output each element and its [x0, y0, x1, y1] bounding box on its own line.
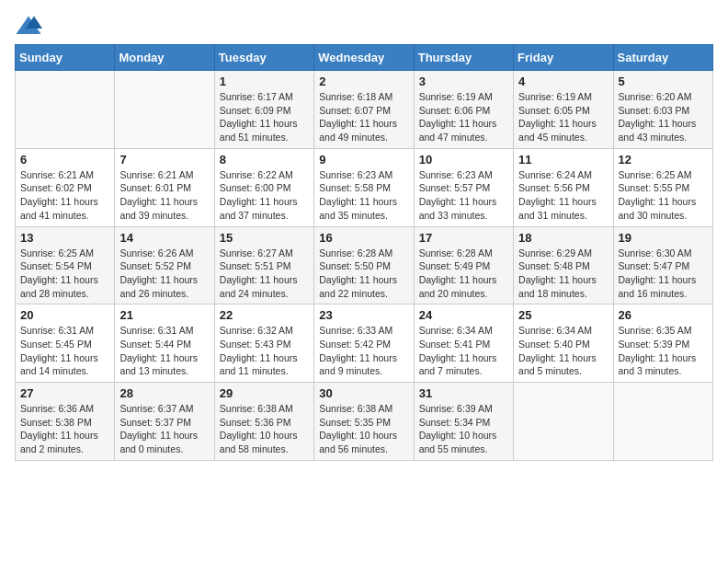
day-number: 16	[319, 231, 408, 245]
day-info: Sunrise: 6:18 AM Sunset: 6:07 PM Dayligh…	[319, 90, 408, 144]
day-info: Sunrise: 6:39 AM Sunset: 5:34 PM Dayligh…	[419, 402, 508, 456]
calendar-cell: 15Sunrise: 6:27 AM Sunset: 5:51 PM Dayli…	[214, 226, 313, 304]
day-number: 13	[20, 231, 109, 245]
day-number: 5	[619, 75, 708, 88]
calendar-cell: 14Sunrise: 6:26 AM Sunset: 5:52 PM Dayli…	[115, 226, 214, 304]
day-number: 20	[20, 308, 109, 322]
day-info: Sunrise: 6:20 AM Sunset: 6:03 PM Dayligh…	[619, 90, 708, 144]
calendar-cell: 17Sunrise: 6:28 AM Sunset: 5:49 PM Dayli…	[414, 226, 513, 304]
calendar-cell: 31Sunrise: 6:39 AM Sunset: 5:34 PM Dayli…	[414, 383, 513, 461]
calendar-cell: 5Sunrise: 6:20 AM Sunset: 6:03 PM Daylig…	[613, 71, 712, 149]
day-number: 11	[518, 153, 608, 167]
day-info: Sunrise: 6:32 AM Sunset: 5:43 PM Dayligh…	[220, 324, 309, 378]
calendar-cell	[16, 71, 115, 149]
day-info: Sunrise: 6:33 AM Sunset: 5:42 PM Dayligh…	[319, 324, 408, 378]
calendar-cell: 12Sunrise: 6:25 AM Sunset: 5:55 PM Dayli…	[613, 148, 712, 226]
day-number: 4	[518, 75, 608, 88]
week-row-2: 6Sunrise: 6:21 AM Sunset: 6:02 PM Daylig…	[16, 148, 713, 226]
day-info: Sunrise: 6:31 AM Sunset: 5:44 PM Dayligh…	[119, 324, 209, 378]
day-info: Sunrise: 6:27 AM Sunset: 5:51 PM Dayligh…	[220, 247, 309, 301]
day-number: 10	[419, 153, 508, 167]
day-number: 28	[119, 386, 209, 400]
calendar-body: 1Sunrise: 6:17 AM Sunset: 6:09 PM Daylig…	[16, 71, 713, 461]
day-info: Sunrise: 6:34 AM Sunset: 5:41 PM Dayligh…	[419, 324, 508, 378]
week-row-3: 13Sunrise: 6:25 AM Sunset: 5:54 PM Dayli…	[16, 226, 713, 304]
calendar-cell: 3Sunrise: 6:19 AM Sunset: 6:06 PM Daylig…	[414, 71, 513, 149]
calendar-cell: 11Sunrise: 6:24 AM Sunset: 5:56 PM Dayli…	[514, 148, 613, 226]
calendar-cell: 22Sunrise: 6:32 AM Sunset: 5:43 PM Dayli…	[214, 304, 313, 383]
calendar-cell: 16Sunrise: 6:28 AM Sunset: 5:50 PM Dayli…	[314, 226, 414, 304]
day-info: Sunrise: 6:37 AM Sunset: 5:37 PM Dayligh…	[119, 402, 209, 456]
calendar-cell: 20Sunrise: 6:31 AM Sunset: 5:45 PM Dayli…	[16, 304, 115, 383]
calendar-cell: 9Sunrise: 6:23 AM Sunset: 5:58 PM Daylig…	[314, 148, 414, 226]
day-number: 31	[419, 386, 508, 400]
calendar-cell: 1Sunrise: 6:17 AM Sunset: 6:09 PM Daylig…	[214, 71, 313, 149]
calendar-cell: 30Sunrise: 6:38 AM Sunset: 5:35 PM Dayli…	[314, 383, 414, 461]
day-info: Sunrise: 6:38 AM Sunset: 5:35 PM Dayligh…	[319, 402, 408, 456]
day-info: Sunrise: 6:25 AM Sunset: 5:55 PM Dayligh…	[619, 168, 708, 223]
day-info: Sunrise: 6:29 AM Sunset: 5:48 PM Dayligh…	[518, 247, 608, 301]
day-number: 23	[319, 308, 408, 322]
day-number: 14	[119, 231, 209, 245]
calendar-cell: 26Sunrise: 6:35 AM Sunset: 5:39 PM Dayli…	[613, 304, 712, 383]
day-number: 1	[220, 75, 309, 88]
week-row-1: 1Sunrise: 6:17 AM Sunset: 6:09 PM Daylig…	[16, 71, 713, 149]
calendar-cell: 10Sunrise: 6:23 AM Sunset: 5:57 PM Dayli…	[414, 148, 513, 226]
day-number: 18	[518, 231, 608, 245]
calendar-header: SundayMondayTuesdayWednesdayThursdayFrid…	[16, 45, 713, 71]
calendar-cell: 25Sunrise: 6:34 AM Sunset: 5:40 PM Dayli…	[514, 304, 613, 383]
day-info: Sunrise: 6:17 AM Sunset: 6:09 PM Dayligh…	[220, 90, 309, 144]
day-info: Sunrise: 6:35 AM Sunset: 5:39 PM Dayligh…	[619, 324, 708, 378]
calendar-cell: 28Sunrise: 6:37 AM Sunset: 5:37 PM Dayli…	[115, 383, 214, 461]
day-header-monday: Monday	[115, 45, 214, 71]
day-info: Sunrise: 6:28 AM Sunset: 5:50 PM Dayligh…	[319, 247, 408, 301]
day-info: Sunrise: 6:23 AM Sunset: 5:57 PM Dayligh…	[419, 168, 508, 223]
calendar-cell: 23Sunrise: 6:33 AM Sunset: 5:42 PM Dayli…	[314, 304, 414, 383]
logo	[15, 15, 46, 37]
day-header-sunday: Sunday	[16, 45, 115, 71]
day-header-friday: Friday	[514, 45, 613, 71]
logo-icon	[15, 15, 42, 37]
day-header-saturday: Saturday	[613, 45, 712, 71]
day-info: Sunrise: 6:21 AM Sunset: 6:01 PM Dayligh…	[119, 168, 209, 223]
day-info: Sunrise: 6:21 AM Sunset: 6:02 PM Dayligh…	[20, 168, 109, 223]
calendar-cell: 19Sunrise: 6:30 AM Sunset: 5:47 PM Dayli…	[613, 226, 712, 304]
day-info: Sunrise: 6:30 AM Sunset: 5:47 PM Dayligh…	[619, 247, 708, 301]
calendar-cell	[115, 71, 214, 149]
day-header-wednesday: Wednesday	[314, 45, 414, 71]
day-number: 15	[220, 231, 309, 245]
calendar-cell: 21Sunrise: 6:31 AM Sunset: 5:44 PM Dayli…	[115, 304, 214, 383]
day-info: Sunrise: 6:31 AM Sunset: 5:45 PM Dayligh…	[20, 324, 109, 378]
day-number: 22	[220, 308, 309, 322]
calendar-cell: 8Sunrise: 6:22 AM Sunset: 6:00 PM Daylig…	[214, 148, 313, 226]
day-number: 9	[319, 153, 408, 167]
calendar-cell: 13Sunrise: 6:25 AM Sunset: 5:54 PM Dayli…	[16, 226, 115, 304]
day-info: Sunrise: 6:25 AM Sunset: 5:54 PM Dayligh…	[20, 247, 109, 301]
day-number: 25	[518, 308, 608, 322]
day-header-tuesday: Tuesday	[214, 45, 313, 71]
calendar-cell: 18Sunrise: 6:29 AM Sunset: 5:48 PM Dayli…	[514, 226, 613, 304]
day-number: 2	[319, 75, 408, 88]
calendar-cell: 2Sunrise: 6:18 AM Sunset: 6:07 PM Daylig…	[314, 71, 414, 149]
day-info: Sunrise: 6:19 AM Sunset: 6:05 PM Dayligh…	[518, 90, 608, 144]
day-number: 24	[419, 308, 508, 322]
day-header-thursday: Thursday	[414, 45, 513, 71]
day-number: 6	[20, 153, 109, 167]
day-number: 3	[419, 75, 508, 88]
calendar-cell	[514, 383, 613, 461]
calendar-cell: 4Sunrise: 6:19 AM Sunset: 6:05 PM Daylig…	[514, 71, 613, 149]
calendar-cell: 24Sunrise: 6:34 AM Sunset: 5:41 PM Dayli…	[414, 304, 513, 383]
header	[15, 15, 713, 37]
day-number: 17	[419, 231, 508, 245]
day-info: Sunrise: 6:24 AM Sunset: 5:56 PM Dayligh…	[518, 168, 608, 223]
calendar-cell: 7Sunrise: 6:21 AM Sunset: 6:01 PM Daylig…	[115, 148, 214, 226]
week-row-5: 27Sunrise: 6:36 AM Sunset: 5:38 PM Dayli…	[16, 383, 713, 461]
day-number: 27	[20, 386, 109, 400]
day-info: Sunrise: 6:22 AM Sunset: 6:00 PM Dayligh…	[220, 168, 309, 223]
calendar-cell: 29Sunrise: 6:38 AM Sunset: 5:36 PM Dayli…	[214, 383, 313, 461]
day-info: Sunrise: 6:38 AM Sunset: 5:36 PM Dayligh…	[220, 402, 309, 456]
day-header-row: SundayMondayTuesdayWednesdayThursdayFrid…	[16, 45, 713, 71]
day-info: Sunrise: 6:19 AM Sunset: 6:06 PM Dayligh…	[419, 90, 508, 144]
day-number: 8	[220, 153, 309, 167]
day-number: 12	[619, 153, 708, 167]
